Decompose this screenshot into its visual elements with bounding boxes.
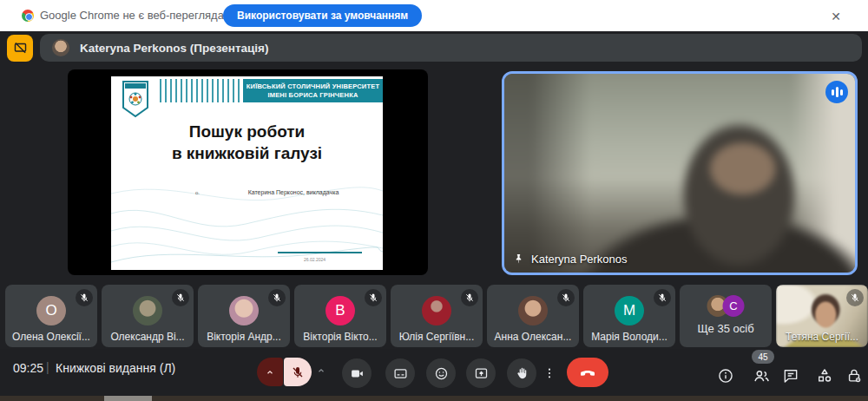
university-banner: КИЇВСЬКИЙ СТОЛИЧНИЙ УНІВЕРСИТЕТ ІМЕНІ БО… bbox=[243, 79, 383, 102]
present-screen-icon bbox=[474, 366, 489, 381]
presentation-tile[interactable]: КИЇВСЬКИЙ СТОЛИЧНИЙ УНІВЕРСИТЕТ ІМЕНІ БО… bbox=[68, 69, 428, 275]
mic-muted-icon bbox=[172, 289, 189, 306]
university-logo bbox=[122, 80, 149, 118]
meet-control-bar: 09:25 | Книжкові видання (Л) bbox=[0, 349, 868, 396]
audio-level-indicator bbox=[825, 81, 848, 103]
call-end-icon bbox=[579, 364, 596, 381]
microphone-button-group[interactable] bbox=[257, 358, 312, 386]
activities-icon bbox=[816, 367, 833, 385]
avatar bbox=[518, 296, 548, 325]
host-controls-lock-icon bbox=[845, 367, 863, 385]
host-controls-button[interactable] bbox=[839, 361, 868, 391]
mic-options-chevron[interactable] bbox=[257, 358, 283, 386]
slide-title: Пошук роботи в книжковій галузі bbox=[111, 122, 383, 164]
participant-tile[interactable]: М Марія Володи... bbox=[583, 285, 675, 347]
avatar bbox=[133, 296, 162, 325]
more-participants-label: Ще 35 осіб bbox=[680, 322, 772, 335]
participant-tile[interactable]: В Вікторія Вікто... bbox=[294, 285, 386, 347]
activities-button[interactable] bbox=[810, 361, 839, 391]
close-icon[interactable]: ✕ bbox=[826, 7, 845, 26]
webcam-image bbox=[502, 71, 858, 275]
avatar bbox=[229, 296, 259, 325]
main-video-name-label: Kateryna Perkonos bbox=[513, 253, 628, 266]
presentation-slash-icon bbox=[13, 41, 28, 56]
pin-icon bbox=[513, 253, 524, 265]
participant-tile[interactable]: Вікторія Андр... bbox=[198, 285, 290, 347]
avatar: М bbox=[615, 296, 644, 325]
more-options-button[interactable] bbox=[535, 358, 564, 388]
slide-divider-line bbox=[278, 252, 362, 253]
more-participants-tile[interactable]: С Ще 35 осіб bbox=[680, 285, 772, 347]
university-name-line1: КИЇВСЬКИЙ СТОЛИЧНИЙ УНІВЕРСИТЕТ bbox=[247, 82, 379, 91]
present-screen-button[interactable] bbox=[466, 358, 496, 388]
avatar: В bbox=[326, 296, 355, 325]
avatar: О bbox=[36, 296, 66, 325]
camera-options-chevron[interactable] bbox=[316, 364, 326, 379]
participant-tile[interactable]: Олександр Ві... bbox=[102, 285, 194, 347]
university-name-line2: ІМЕНІ БОРИСА ГРІНЧЕНКА bbox=[267, 91, 358, 100]
slide-header-stripes bbox=[160, 79, 243, 102]
participant-video-tile[interactable]: Тетяна Сергії... bbox=[776, 285, 868, 347]
chrome-default-browser-banner: Google Chrome не є веб-переглядачем за у… bbox=[0, 0, 868, 31]
participant-tile[interactable]: Юлія Сергіївн... bbox=[391, 285, 483, 347]
info-icon bbox=[717, 367, 734, 385]
camera-icon bbox=[350, 366, 365, 381]
mic-muted-icon bbox=[557, 289, 575, 306]
google-meet-window: Google Chrome не є веб-переглядачем за у… bbox=[0, 0, 868, 401]
presenter-pill[interactable]: Kateryna Perkonos (Презентація) bbox=[40, 34, 862, 62]
camera-button[interactable] bbox=[342, 358, 372, 388]
divider: | bbox=[46, 360, 49, 374]
captions-button[interactable] bbox=[385, 358, 415, 388]
mic-muted-icon bbox=[268, 289, 286, 306]
mic-muted-icon bbox=[76, 289, 93, 306]
mic-muted-icon bbox=[461, 289, 478, 306]
mic-muted-icon bbox=[365, 289, 382, 306]
presenter-name: Kateryna Perkonos (Презентація) bbox=[80, 42, 269, 55]
slide: КИЇВСЬКИЙ СТОЛИЧНИЙ УНІВЕРСИТЕТ ІМЕНІ БО… bbox=[111, 76, 383, 270]
participant-tile[interactable]: О Олена Олексії... bbox=[5, 285, 97, 347]
avatar: С bbox=[723, 295, 745, 317]
desktop-edge-highlight bbox=[104, 396, 152, 401]
avatar bbox=[52, 39, 69, 56]
three-dots-icon bbox=[542, 366, 556, 380]
mic-muted-button[interactable] bbox=[284, 358, 312, 386]
use-as-default-button[interactable]: Використовувати за умовчанням bbox=[223, 4, 422, 27]
slide-date: 26.02.2024 bbox=[304, 257, 326, 262]
chrome-logo-icon bbox=[22, 10, 34, 22]
people-icon bbox=[753, 367, 771, 385]
hand-icon bbox=[515, 366, 529, 380]
show-everyone-button[interactable] bbox=[746, 361, 776, 391]
mic-off-icon bbox=[291, 365, 305, 379]
mic-muted-icon bbox=[846, 289, 864, 306]
participant-count-badge: 45 bbox=[752, 350, 774, 364]
slide-decorative-waves bbox=[111, 163, 383, 270]
smiley-icon bbox=[434, 366, 449, 381]
meeting-details-button[interactable] bbox=[711, 361, 740, 391]
chat-icon bbox=[782, 367, 799, 385]
reactions-button[interactable] bbox=[426, 358, 456, 388]
captions-icon bbox=[393, 366, 408, 381]
chat-button[interactable] bbox=[776, 361, 806, 391]
avatar bbox=[422, 296, 451, 325]
main-video-tile[interactable]: Kateryna Perkonos bbox=[502, 71, 858, 275]
end-call-button[interactable] bbox=[567, 358, 608, 387]
chevron-up-icon bbox=[316, 365, 326, 376]
chevron-up-icon bbox=[265, 367, 275, 378]
mic-muted-icon bbox=[654, 289, 671, 306]
participant-tile[interactable]: Анна Олексан... bbox=[487, 285, 579, 347]
clock: 09:25 bbox=[13, 361, 43, 375]
raise-hand-button[interactable] bbox=[507, 358, 536, 388]
meeting-name: Книжкові видання (Л) bbox=[56, 361, 175, 375]
desktop-edge bbox=[0, 396, 868, 401]
presentation-hidden-icon[interactable] bbox=[7, 35, 33, 62]
avatar-stack: С bbox=[707, 295, 745, 317]
